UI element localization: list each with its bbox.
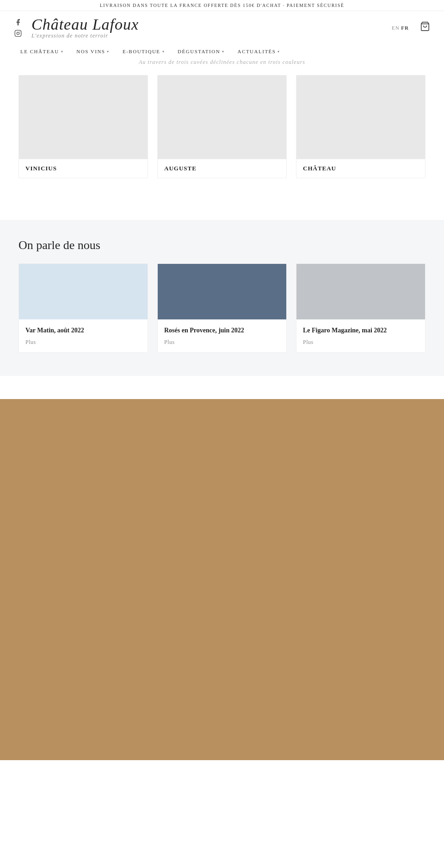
- lang-en[interactable]: EN: [392, 25, 400, 31]
- main-nav: Le Château ▾ Nos Vins ▾ E-Boutique ▾ Dég…: [0, 44, 444, 56]
- nav-label-degustation: Dégustation: [178, 49, 220, 54]
- lang-fr[interactable]: FR: [401, 25, 409, 31]
- wine-card-image-chateau: [296, 75, 425, 159]
- wine-card-vinicius[interactable]: VINICIUS: [18, 75, 148, 178]
- nav-item-boutique[interactable]: E-Boutique ▾: [116, 47, 171, 56]
- chevron-vins-icon: ▾: [107, 50, 110, 54]
- wine-cards-container: VINICIUS Auguste Château: [0, 70, 444, 192]
- wine-card-chateau[interactable]: Château: [296, 75, 426, 178]
- wine-card-label-vinicius: VINICIUS: [19, 159, 148, 178]
- press-card-more-var-matin[interactable]: Plus: [25, 339, 141, 346]
- logo-tagline: L'expression de notre terroir: [31, 32, 392, 39]
- nav-label-chateau: Le Château: [20, 49, 59, 54]
- chevron-actualites-icon: ▾: [278, 50, 280, 54]
- wine-card-image-vinicius: [19, 75, 148, 159]
- header: Château Lafoux L'expression de notre ter…: [0, 11, 444, 44]
- logo-area[interactable]: Château Lafoux L'expression de notre ter…: [31, 16, 392, 39]
- press-card-more-roses[interactable]: Plus: [164, 339, 280, 346]
- social-links: [14, 18, 22, 37]
- nav-item-vins[interactable]: Nos Vins ▾: [70, 47, 116, 56]
- press-card-title-figaro: Le Figaro Magazine, mai 2022: [303, 326, 419, 335]
- press-card-image-figaro: [296, 264, 425, 319]
- wine-card-label-chateau: Château: [296, 159, 425, 178]
- top-banner: Livraison dans toute la France offerte d…: [0, 0, 444, 11]
- svg-point-1: [17, 32, 19, 34]
- nav-item-actualites[interactable]: Actualités ▾: [231, 47, 287, 56]
- nav-item-degustation[interactable]: Dégustation ▾: [171, 47, 231, 56]
- press-card-image-roses: [158, 264, 286, 319]
- lang-switcher: EN FR: [392, 25, 409, 31]
- wines-subtitle: Au travers de trois cuvées déclinées cha…: [0, 56, 444, 70]
- nav-label-boutique: E-Boutique: [123, 49, 160, 54]
- press-card-content-figaro: Le Figaro Magazine, mai 2022 Plus: [296, 319, 425, 352]
- banner-text: Livraison dans toute la France offerte d…: [100, 3, 345, 8]
- svg-rect-0: [15, 30, 21, 36]
- press-card-title-var-matin: Var Matin, août 2022: [25, 326, 141, 335]
- press-section: On parle de nous Var Matin, août 2022 Pl…: [0, 220, 444, 376]
- logo-title: Château Lafoux: [31, 16, 392, 33]
- wine-card-label-auguste: Auguste: [158, 159, 286, 178]
- press-card-content-roses: Rosés en Provence, juin 2022 Plus: [158, 319, 286, 352]
- press-card-figaro[interactable]: Le Figaro Magazine, mai 2022 Plus: [296, 263, 426, 353]
- svg-point-2: [19, 31, 20, 31]
- chevron-boutique-icon: ▾: [162, 50, 165, 54]
- nav-item-chateau[interactable]: Le Château ▾: [14, 47, 70, 56]
- nav-label-actualites: Actualités: [238, 49, 276, 54]
- press-card-var-matin[interactable]: Var Matin, août 2022 Plus: [18, 263, 148, 353]
- press-card-roses[interactable]: Rosés en Provence, juin 2022 Plus: [157, 263, 287, 353]
- nav-label-vins: Nos Vins: [76, 49, 105, 54]
- instagram-icon[interactable]: [14, 29, 22, 37]
- press-card-more-figaro[interactable]: Plus: [303, 339, 419, 346]
- press-cards-container: Var Matin, août 2022 Plus Rosés en Prove…: [18, 263, 426, 353]
- facebook-icon[interactable]: [14, 18, 22, 26]
- wine-card-image-auguste: [158, 75, 286, 159]
- wine-card-auguste[interactable]: Auguste: [157, 75, 287, 178]
- press-card-image-var-matin: [19, 264, 148, 319]
- spacer-1: [0, 192, 444, 220]
- chevron-degustation-icon: ▾: [222, 50, 225, 54]
- chevron-chateau-icon: ▾: [61, 50, 64, 54]
- press-card-title-roses: Rosés en Provence, juin 2022: [164, 326, 280, 335]
- press-card-content-var-matin: Var Matin, août 2022 Plus: [19, 319, 148, 352]
- press-title: On parle de nous: [18, 238, 426, 252]
- big-hero-image: [0, 399, 444, 760]
- cart-icon[interactable]: [420, 21, 430, 34]
- spacer-2: [0, 376, 444, 399]
